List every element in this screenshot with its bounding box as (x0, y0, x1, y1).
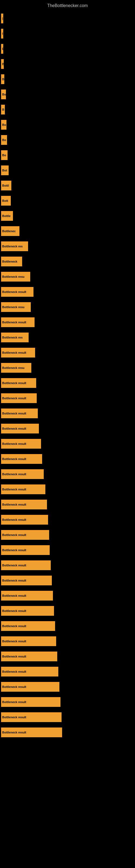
bar-label: Bottleneck result (1, 606, 54, 616)
bar-label: B (1, 59, 4, 69)
bar-label: Bottleneck res (1, 241, 28, 251)
bar-label: Bottleneck result (1, 424, 39, 433)
bar-row: Bo (0, 117, 135, 132)
bar-label: Bo (1, 90, 6, 99)
bar-row: Bottleneck (0, 254, 135, 269)
bar-row: Bottleneck result (0, 710, 135, 725)
bar-row: Bottleneck resu (0, 269, 135, 284)
bar-label: Bo (1, 120, 6, 130)
bar-row: Bottleneck result (0, 436, 135, 452)
bar-row: B (0, 102, 135, 117)
bar-row: Bottl (0, 178, 135, 193)
bar-label: Bottleneck result (1, 530, 49, 540)
bar-row: Bottle (0, 208, 135, 223)
bar-row: Bot (0, 163, 135, 178)
bar-row: Bottleneck result (0, 573, 135, 588)
bar-row: I (0, 26, 135, 41)
bar-row: Bottleneck result (0, 527, 135, 542)
bar-row: Bottleneck result (0, 452, 135, 467)
bar-label: Bottleneck result (1, 378, 36, 388)
bar-row: Bottleneck result (0, 603, 135, 618)
bar-label: Bot (1, 165, 9, 175)
bar-label: Bottleneck result (1, 576, 52, 585)
bar-row: Bottleneck result (0, 542, 135, 558)
bar-label: Bott (1, 196, 11, 206)
bar-label: Bottl (1, 181, 11, 190)
bar-label: Bottleneck result (1, 515, 48, 525)
bar-label: Bo (1, 150, 8, 160)
bar-label: Bottleneck result (1, 439, 41, 448)
bar-row: Bottleneck result (0, 284, 135, 300)
bar-label: B (1, 74, 4, 84)
bar-label: Bo (1, 135, 7, 145)
bar-label: Bottlenec (1, 226, 19, 236)
bar-label: Bottleneck result (1, 621, 55, 631)
bar-label: Bottleneck resu (1, 302, 31, 312)
bar-row: Bo (0, 148, 135, 163)
bar-row: Bottleneck result (0, 315, 135, 330)
bar-label: Bottleneck result (1, 712, 61, 722)
bar-row: Bottleneck result (0, 406, 135, 421)
bar-label: Bottleneck resu (1, 272, 30, 282)
bar-row: Bottleneck result (0, 679, 135, 694)
bar-row: Bottleneck result (0, 618, 135, 633)
bar-label: Bottleneck result (1, 393, 37, 403)
bar-row: Bottlenec (0, 223, 135, 239)
bar-row: Bott (0, 193, 135, 208)
bar-label: B (1, 105, 5, 115)
bar-row: Bottleneck result (0, 512, 135, 527)
bar-row: Bottleneck result (0, 345, 135, 360)
bar-label: Bottleneck result (1, 287, 34, 297)
site-title: TheBottlenecker.com (0, 1, 135, 10)
bar-label: Bottleneck resu (1, 363, 31, 373)
bar-row: Bottleneck result (0, 421, 135, 436)
bar-label: Bottleneck result (1, 682, 59, 692)
bar-label: Bottleneck result (1, 667, 58, 677)
bar-row: B (0, 56, 135, 72)
bar-label: Bottle (1, 211, 13, 221)
bar-label: Bottleneck result (1, 697, 60, 707)
bar-label: Bottleneck result (1, 500, 47, 509)
bar-label: Bottleneck result (1, 727, 62, 737)
bar-row: Bottleneck result (0, 497, 135, 512)
bar-row: Bo (0, 132, 135, 148)
bar-row: Bottleneck result (0, 664, 135, 679)
bar-label: Bottleneck result (1, 317, 35, 327)
bar-label: Bottleneck result (1, 545, 50, 555)
bar-row: | (0, 11, 135, 26)
bar-row: Bottleneck result (0, 694, 135, 710)
bar-label: Bottleneck result (1, 454, 42, 464)
bar-label: Bottleneck result (1, 348, 35, 358)
bar-label: I (1, 29, 3, 38)
bar-row: Bottleneck result (0, 375, 135, 391)
bar-row: Bottleneck result (0, 633, 135, 649)
bar-row: Bottleneck result (0, 725, 135, 740)
bar-label: Bottleneck result (1, 591, 53, 600)
bar-row: Bottleneck result (0, 482, 135, 497)
bar-row: Bo (0, 87, 135, 102)
bar-label: Bottleneck result (1, 485, 45, 494)
bar-label: Bottleneck result (1, 560, 51, 570)
bar-row: E (0, 41, 135, 56)
bar-label: Bottleneck result (1, 469, 44, 479)
bar-label: Bottleneck result (1, 637, 56, 646)
bar-row: B (0, 72, 135, 87)
bar-label: Bottleneck (1, 257, 22, 267)
bar-row: Bottleneck res (0, 239, 135, 254)
bar-row: Bottleneck res (0, 330, 135, 345)
bar-row: Bottleneck result (0, 588, 135, 603)
bar-row: Bottleneck result (0, 558, 135, 573)
bar-row: Bottleneck result (0, 467, 135, 482)
bar-row: Bottleneck result (0, 649, 135, 664)
bars-container: |IEBBBoBBoBoBoBotBottlBottBottleBottlene… (0, 11, 135, 740)
bar-label: Bottleneck result (1, 652, 57, 661)
bar-label: Bottleneck result (1, 408, 38, 418)
bar-row: Bottleneck resu (0, 360, 135, 375)
bar-label: | (1, 13, 3, 23)
bar-label: Bottleneck res (1, 333, 29, 342)
bar-row: Bottleneck resu (0, 300, 135, 315)
bar-label: E (1, 44, 3, 54)
bar-row: Bottleneck result (0, 391, 135, 406)
